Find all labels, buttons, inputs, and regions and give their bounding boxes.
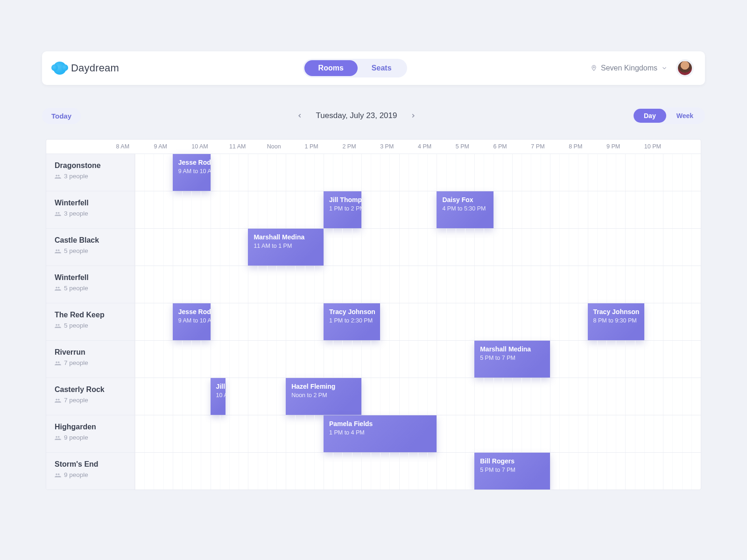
event-time: 4 PM to 5:30 PM — [442, 205, 487, 212]
calendar-event[interactable]: Jesse Rodgers9 AM to 10 AM — [173, 303, 211, 340]
room-cell[interactable]: Winterfell3 people — [46, 191, 135, 228]
room-capacity: 7 people — [55, 397, 126, 404]
view-toggle: Day Week — [632, 107, 705, 124]
room-row: Riverrun7 peopleMarshall Medina5 PM to 7… — [46, 340, 701, 378]
room-cell[interactable]: The Red Keep5 people — [46, 303, 135, 340]
brand-logo-icon — [53, 62, 66, 75]
event-time: 9 AM to 10 AM — [178, 317, 205, 324]
event-title: Tracy Johnson — [329, 308, 374, 315]
svg-point-18 — [58, 473, 60, 475]
calendar-event[interactable]: Marshall Medina11 AM to 1 PM — [248, 229, 324, 266]
next-day-button[interactable] — [407, 110, 419, 122]
room-name: Highgarden — [55, 423, 126, 431]
hours-header: 8 AM9 AM10 AM11 AMNoon1 PM2 PM3 PM4 PM5 … — [46, 140, 701, 154]
room-cell[interactable]: Winterfell5 people — [46, 266, 135, 303]
event-title: Bill Rogers — [480, 457, 544, 465]
chevron-left-icon — [296, 112, 303, 119]
room-cell[interactable]: Castle Black5 people — [46, 229, 135, 266]
people-icon — [55, 398, 61, 403]
brand: Daydream — [53, 62, 119, 75]
event-title: Pamela Fields — [329, 420, 431, 427]
svg-point-0 — [593, 67, 595, 68]
people-icon — [55, 361, 61, 365]
people-icon — [55, 249, 61, 253]
timeline-track[interactable]: Bill Rogers5 PM to 7 PM — [135, 453, 701, 490]
svg-point-17 — [56, 473, 57, 475]
event-title: Marshall Medina — [480, 345, 544, 353]
today-button[interactable]: Today — [42, 108, 81, 124]
date-picker: Tuesday, July 23, 2019 — [294, 110, 420, 122]
event-time: 1 PM to 4 PM — [329, 429, 431, 436]
svg-point-2 — [58, 175, 60, 176]
room-cell[interactable]: Riverrun7 people — [46, 341, 135, 378]
event-time: 5 PM to 7 PM — [480, 467, 544, 473]
event-time: Noon to 2 PM — [291, 392, 356, 399]
view-day-button[interactable]: Day — [634, 109, 666, 123]
svg-point-15 — [56, 436, 57, 438]
view-week-button[interactable]: Week — [666, 109, 704, 123]
room-name: Dragonstone — [55, 161, 126, 170]
event-time: 9 AM to 10 AM — [178, 168, 205, 175]
room-cell[interactable]: Casterly Rock7 people — [46, 378, 135, 415]
timeline-track[interactable]: Pamela Fields1 PM to 4 PM — [135, 415, 701, 452]
calendar-event[interactable]: Jill10 AM — [211, 378, 226, 415]
hour-label: 4 PM — [418, 143, 456, 150]
room-name: Riverrun — [55, 348, 126, 357]
calendar-event[interactable]: Bill Rogers5 PM to 7 PM — [474, 453, 550, 490]
hour-label: 2 PM — [342, 143, 380, 150]
people-icon — [55, 174, 61, 179]
room-capacity: 9 people — [55, 471, 126, 478]
room-name: Casterly Rock — [55, 385, 126, 394]
rooms-seats-toggle: Rooms Seats — [303, 59, 407, 77]
svg-point-3 — [56, 212, 57, 214]
event-title: Hazel Fleming — [291, 383, 356, 390]
chevron-right-icon — [410, 112, 416, 119]
timeline-track[interactable]: Jill Thompson1 PM to 2 PMDaisy Fox4 PM t… — [135, 191, 701, 228]
svg-point-12 — [58, 361, 60, 363]
calendar-event[interactable]: Pamela Fields1 PM to 4 PM — [324, 415, 437, 452]
people-icon — [55, 473, 61, 477]
calendar-event[interactable]: Tracy Johnson1 PM to 2:30 PM — [324, 303, 380, 340]
room-cell[interactable]: Highgarden9 people — [46, 415, 135, 452]
room-capacity: 5 people — [55, 322, 126, 329]
room-capacity: 9 people — [55, 434, 126, 441]
room-cell[interactable]: Dragonstone3 people — [46, 154, 135, 191]
room-capacity: 3 people — [55, 173, 126, 180]
timeline-track[interactable]: Jesse Rodgers9 AM to 10 AMTracy Johnson1… — [135, 303, 701, 340]
room-row: Winterfell3 peopleJill Thompson1 PM to 2… — [46, 191, 701, 228]
avatar[interactable] — [676, 59, 694, 77]
hour-label: 11 AM — [229, 143, 267, 150]
room-capacity: 5 people — [55, 247, 126, 254]
brand-name: Daydream — [71, 62, 119, 74]
calendar-event[interactable]: Daisy Fox4 PM to 5:30 PM — [437, 191, 493, 228]
event-time: 8 PM to 9:30 PM — [593, 317, 639, 324]
hour-label: 7 PM — [531, 143, 569, 150]
calendar-event[interactable]: Jill Thompson1 PM to 2 PM — [324, 191, 361, 228]
calendar-event[interactable]: Tracy Johnson8 PM to 9:30 PM — [588, 303, 644, 340]
room-cell[interactable]: Storm's End9 people — [46, 453, 135, 490]
location-pin-icon — [591, 65, 597, 71]
calendar-event[interactable]: Hazel FlemingNoon to 2 PM — [286, 378, 361, 415]
svg-point-5 — [56, 249, 57, 251]
prev-day-button[interactable] — [294, 110, 306, 122]
timeline-track[interactable]: Jill10 AMHazel FlemingNoon to 2 PM — [135, 378, 701, 415]
schedule-grid: 8 AM9 AM10 AM11 AMNoon1 PM2 PM3 PM4 PM5 … — [46, 139, 701, 490]
location-name: Seven Kingdoms — [601, 64, 657, 72]
calendar-event[interactable]: Marshall Medina5 PM to 7 PM — [474, 341, 550, 378]
svg-point-4 — [58, 212, 60, 214]
tab-seats[interactable]: Seats — [358, 60, 406, 76]
tab-rooms[interactable]: Rooms — [304, 60, 358, 76]
timeline-track[interactable]: Jesse Rodgers9 AM to 10 AM — [135, 154, 701, 191]
svg-point-10 — [58, 324, 60, 326]
chevron-down-icon — [661, 65, 668, 71]
timeline-track[interactable] — [135, 266, 701, 303]
room-row: Storm's End9 peopleBill Rogers5 PM to 7 … — [46, 452, 701, 490]
event-time: 10 AM — [216, 392, 220, 399]
location-picker[interactable]: Seven Kingdoms — [591, 64, 668, 72]
timeline-track[interactable]: Marshall Medina5 PM to 7 PM — [135, 341, 701, 378]
calendar-event[interactable]: Jesse Rodgers9 AM to 10 AM — [173, 154, 211, 191]
hour-label: 3 PM — [380, 143, 418, 150]
hour-label: 9 PM — [606, 143, 644, 150]
room-row: Winterfell5 people — [46, 266, 701, 303]
timeline-track[interactable]: Marshall Medina11 AM to 1 PM — [135, 229, 701, 266]
